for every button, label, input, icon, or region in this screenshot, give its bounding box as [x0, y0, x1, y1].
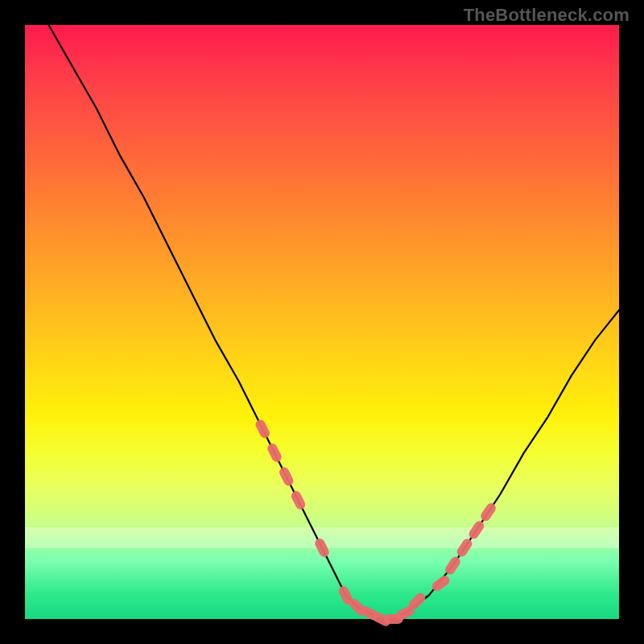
marker-point	[467, 519, 485, 541]
marker-point	[313, 537, 330, 559]
marker-point	[278, 465, 295, 487]
svg-rect-15	[467, 519, 485, 541]
svg-rect-14	[455, 537, 473, 559]
svg-rect-3	[290, 489, 307, 511]
marker-point	[254, 418, 270, 440]
marker-point	[290, 489, 307, 511]
svg-rect-4	[313, 537, 330, 559]
svg-rect-16	[479, 502, 497, 523]
marker-point	[455, 537, 473, 559]
marker-group	[254, 418, 497, 627]
marker-point	[479, 502, 497, 523]
marker-point	[266, 442, 283, 464]
svg-rect-0	[254, 418, 270, 440]
svg-rect-1	[266, 442, 283, 464]
curve-layer	[25, 25, 619, 619]
chart-frame: TheBottleneck.com	[0, 0, 644, 644]
plot-area	[25, 25, 619, 619]
bottleneck-curve	[49, 25, 620, 619]
watermark-label: TheBottleneck.com	[464, 5, 630, 26]
svg-rect-2	[278, 465, 295, 487]
